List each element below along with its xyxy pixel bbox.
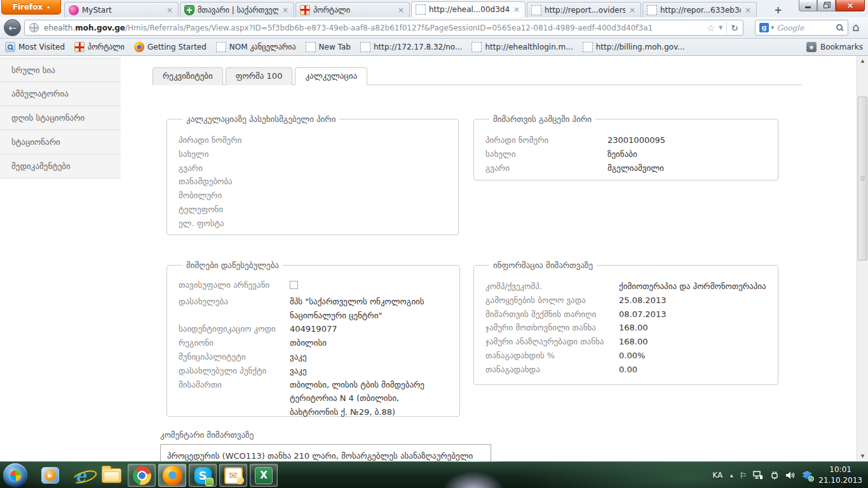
tab-close-icon[interactable]: × bbox=[165, 6, 174, 15]
sidebar-item-medicines[interactable]: მედიკამენტები bbox=[0, 154, 121, 179]
bookmark-label: Getting Started bbox=[147, 43, 207, 51]
tab-close-icon[interactable]: × bbox=[512, 5, 521, 14]
volume-icon[interactable] bbox=[785, 471, 796, 480]
comment-textarea[interactable]: პროცედურის (WCO113) თანხა 210 ლარი, მოსა… bbox=[160, 444, 491, 461]
scroll-down-icon[interactable]: ▼ bbox=[857, 451, 868, 461]
bookmark-new-tab[interactable]: New Tab bbox=[306, 42, 351, 52]
network-icon[interactable] bbox=[753, 471, 763, 480]
placeholder-favicon bbox=[216, 42, 226, 52]
bookmark-label: http://ehealthlogin.m... bbox=[485, 43, 573, 51]
bookmark-portal[interactable]: პორტალი bbox=[74, 42, 125, 52]
bookmark-billing[interactable]: http://billing.moh.gov... bbox=[583, 42, 685, 52]
taskbar-wmp-button[interactable]: ▶ bbox=[36, 464, 64, 487]
tab-portal[interactable]: პორტალი × bbox=[295, 2, 410, 17]
bookmark-most-visited[interactable]: Most Visited bbox=[5, 42, 65, 52]
firefox-menu-button[interactable]: Firefox ▾ bbox=[1, 0, 61, 15]
page-tabs: რეკვიზიტები ფორმა 100 კალკულაცია bbox=[153, 67, 802, 85]
google-icon[interactable]: g bbox=[759, 23, 769, 32]
new-tab-button[interactable]: + bbox=[770, 4, 787, 16]
taskbar-excel-button[interactable]: X bbox=[250, 464, 278, 487]
field-label: გვარი bbox=[179, 161, 203, 175]
clock-time: 10:01 bbox=[818, 464, 862, 475]
sidebar-item-ambulatory[interactable]: ამბულატორია bbox=[0, 82, 121, 106]
home-button[interactable]: ⌂ bbox=[852, 20, 859, 34]
tab-mystart[interactable]: MyStart × bbox=[64, 2, 179, 17]
scrollbar-thumb[interactable] bbox=[858, 97, 867, 261]
chevron-down-icon: ▾ bbox=[47, 4, 50, 10]
search-engine-dropdown-icon[interactable]: ▼ bbox=[771, 25, 774, 30]
taskbar: ▶ e S ✉ X KA ▴ ⚐ bbox=[0, 461, 868, 488]
restore-button[interactable] bbox=[817, 0, 836, 11]
sidebar-item-hospital[interactable]: სტაციონარი bbox=[0, 130, 121, 154]
back-button[interactable]: ← bbox=[4, 19, 21, 36]
taskbar-explorer-button[interactable] bbox=[97, 464, 125, 487]
tab-form-100[interactable]: ფორმა 100 bbox=[226, 67, 293, 85]
search-input[interactable]: g ▼ Google bbox=[755, 20, 848, 36]
sidebar-item-full-list[interactable]: სრული სია bbox=[0, 58, 121, 82]
bookmarks-menu-label: Bookmarks bbox=[820, 43, 863, 51]
action-center-flag-icon[interactable]: ⚐ bbox=[740, 471, 747, 480]
placeholder-favicon bbox=[583, 42, 593, 52]
taskbar-ie-button[interactable]: e bbox=[67, 464, 95, 487]
url-bar[interactable]: ehealth.moh.gov.ge/Hmis/Referrals/Pages/… bbox=[24, 20, 743, 36]
tray-expand-icon[interactable]: ▴ bbox=[730, 472, 733, 478]
windows-logo-icon bbox=[10, 470, 21, 481]
vertical-scrollbar[interactable]: ▲ ▼ bbox=[857, 56, 868, 461]
field-value: 25.08.2013 bbox=[619, 294, 666, 308]
field-value: 168.00 bbox=[619, 335, 648, 349]
reload-icon[interactable]: ↻ bbox=[731, 23, 738, 33]
tab-close-icon[interactable]: × bbox=[281, 6, 290, 15]
bookmark-label: http://172.17.8.32/no... bbox=[374, 43, 463, 51]
taskbar-chrome-button[interactable] bbox=[128, 464, 156, 487]
skype-icon: S bbox=[194, 467, 212, 484]
field-label: მობილური bbox=[179, 189, 222, 203]
tab-label: http://repor...633eb3d0c84 bbox=[660, 6, 741, 15]
tab-ehealth-active[interactable]: http://eheal...00d3d40f3a1 × bbox=[411, 1, 526, 17]
firefox-menu-label: Firefox bbox=[13, 3, 43, 11]
site-identity-globe-icon[interactable] bbox=[29, 23, 39, 32]
close-window-button[interactable]: × bbox=[836, 0, 865, 11]
bookmark-ehealthlogin[interactable]: http://ehealthlogin.m... bbox=[471, 42, 573, 52]
navigation-toolbar: ← ehealth.moh.gov.ge/Hmis/Referrals/Page… bbox=[0, 17, 868, 39]
bookmark-star-icon[interactable]: ☆ bbox=[707, 23, 715, 33]
taskbar-outlook-button[interactable]: ✉ bbox=[219, 464, 247, 487]
tab-calculation[interactable]: კალკულაცია bbox=[295, 67, 367, 85]
tab-report1[interactable]: http://report...oviders.aspx × bbox=[527, 2, 641, 17]
urlbar-dropdown-icon[interactable]: ▼ bbox=[719, 25, 722, 30]
free-choice-checkbox[interactable] bbox=[290, 281, 298, 289]
sidebar-item-day-hospital[interactable]: დღის სტაციონარი bbox=[0, 106, 121, 130]
search-icon[interactable] bbox=[836, 24, 844, 32]
field-label: სახელი bbox=[485, 147, 607, 161]
field-label: ელ. ფოსტა bbox=[179, 217, 224, 231]
placeholder-favicon bbox=[531, 5, 541, 15]
internet-explorer-icon: e bbox=[75, 467, 86, 484]
bookmark-label: პორტალი bbox=[88, 43, 125, 51]
bookmark-label: NOM კანცელარია bbox=[229, 43, 296, 51]
bookmark-172-17[interactable]: http://172.17.8.32/no... bbox=[360, 42, 463, 52]
referral-view: რეკვიზიტები ფორმა 100 კალკულაცია კალკულა… bbox=[145, 56, 857, 461]
start-button[interactable] bbox=[3, 463, 27, 487]
bookmark-getting-started[interactable]: Getting Started bbox=[134, 42, 207, 52]
calc-responsible-person-fieldset: კალკულაციაზე პასუხისმგებელი პირი პირადი … bbox=[166, 114, 459, 235]
power-plug-icon[interactable] bbox=[770, 471, 779, 480]
taskbar-skype-button[interactable]: S bbox=[189, 464, 217, 487]
tab-close-icon[interactable]: × bbox=[628, 6, 637, 15]
taskbar-apps: ▶ e S ✉ X bbox=[3, 462, 279, 488]
tab-close-icon[interactable]: × bbox=[397, 6, 405, 15]
language-indicator[interactable]: KA bbox=[712, 471, 724, 480]
dropbox-icon[interactable]: ✓ bbox=[802, 471, 812, 480]
url-subdomain: ehealth. bbox=[44, 24, 75, 32]
tab-requisites[interactable]: რეკვიზიტები bbox=[153, 67, 223, 85]
bookmark-nom[interactable]: NOM კანცელარია bbox=[216, 42, 296, 52]
minimize-button[interactable] bbox=[799, 0, 817, 11]
scroll-up-icon[interactable]: ▲ bbox=[857, 56, 868, 66]
tab-label: http://report...oviders.aspx bbox=[545, 6, 625, 15]
bookmarks-menu-button[interactable]: ★ Bookmarks bbox=[806, 42, 863, 52]
tab-mtavari[interactable]: მთავარი | საქართველო... × bbox=[180, 2, 294, 17]
tab-report2[interactable]: http://repor...633eb3d0c84 × bbox=[642, 2, 757, 17]
field-value: მგელიაშვილი bbox=[607, 161, 664, 175]
field-label: ტელეფონი bbox=[179, 203, 223, 217]
taskbar-firefox-button[interactable] bbox=[158, 464, 186, 487]
taskbar-clock[interactable]: 10:01 21.10.2013 bbox=[818, 464, 862, 486]
tab-close-icon[interactable]: × bbox=[743, 6, 752, 15]
